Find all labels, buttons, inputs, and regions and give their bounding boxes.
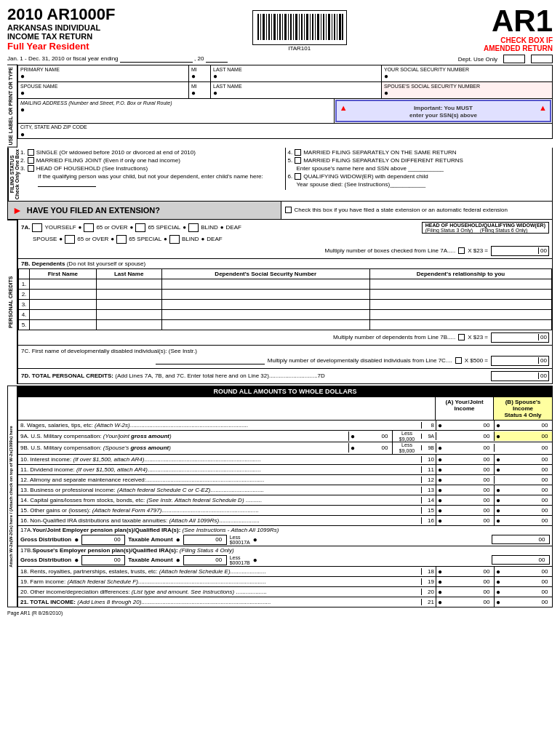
line-9b-input: ● 00 — [348, 443, 392, 453]
svg-rect-6 — [271, 14, 272, 40]
full-year-label: Full Year Resident — [7, 41, 115, 52]
spouse-special65-box[interactable] — [116, 235, 127, 244]
line-9a-input: ● 00 — [348, 431, 392, 441]
dev-multiply-box[interactable] — [455, 357, 462, 364]
extension-checkbox[interactable] — [285, 207, 292, 213]
filing-option-6-sub: Year spouse died: (See Instructions)____… — [288, 181, 551, 188]
income-lines-10-16: 10. Interest income: (If over $1,500, at… — [17, 455, 553, 526]
dep-col1-header: First Name — [30, 269, 97, 279]
line-13: 13. Business or professional income: (At… — [17, 485, 553, 495]
checkbox-6[interactable] — [295, 173, 301, 180]
col-a-header: (A) Your/Joint Income — [436, 397, 494, 420]
dot3: ● — [183, 224, 186, 231]
multiply-deps: Multiply number of dependents from Line … — [18, 330, 552, 345]
dep-col3-header: Dependent's Social Security Number — [161, 269, 369, 279]
svg-rect-28 — [332, 14, 332, 40]
line-7a: 7A. YOURSELF ● 65 or OVER ● 65 SPECIAL ●… — [17, 220, 553, 259]
line-14: 14. Capital gains/losses from stocks, bo… — [17, 495, 553, 506]
primary-name-label: PRIMARY NAME — [20, 67, 186, 72]
checkbox-4[interactable] — [295, 149, 301, 156]
line-11: 11. Dividend income: (If over $1,500, at… — [17, 465, 553, 475]
barcode-svg — [256, 12, 343, 41]
ssn-label: YOUR SOCIAL SECURITY NUMBER — [384, 67, 550, 72]
line-7b-header: 7B. Dependents (Do not list yourself or … — [18, 259, 552, 269]
yourself-label: YOURSELF — [44, 224, 76, 231]
barcode-block: ITAR101 — [252, 6, 347, 52]
dependents-table: First Name Last Name Dependent's Social … — [18, 269, 552, 330]
personal-credits-section: PERSONAL CREDITS 7A. YOURSELF ● 65 or OV… — [7, 220, 553, 384]
extension-label: HAVE YOU FILED AN EXTENSION? — [27, 206, 160, 215]
mi-label: MI — [191, 67, 208, 72]
svg-rect-8 — [277, 14, 278, 40]
line-21: 21. TOTAL INCOME: (Add Lines 8 through 2… — [17, 597, 553, 607]
svg-rect-23 — [317, 14, 319, 40]
address-field: MAILING ADDRESS (Number and Street, P.O.… — [18, 99, 335, 123]
extension-section: ► HAVE YOU FILED AN EXTENSION? Check thi… — [7, 202, 553, 220]
personal-info-section: USE LABEL OR PRINT OR TYPE PRIMARY NAME … — [7, 65, 553, 148]
amended-label: AMENDED RETURN — [484, 44, 553, 52]
over65-label: 65 or OVER — [96, 224, 127, 231]
barcode-label: ITAR101 — [252, 45, 347, 52]
yourself-box[interactable] — [32, 223, 42, 232]
dep-row-4: 4. — [19, 309, 552, 319]
svg-rect-2 — [260, 14, 261, 40]
blind-box[interactable] — [188, 223, 199, 232]
important-title: Important: You MUST — [414, 105, 473, 111]
dep-multiply-box[interactable] — [458, 334, 465, 340]
filing-option-5: 5. MARRIED FILING SEPARATELY ON DIFFEREN… — [288, 157, 551, 164]
multiply-7a-box[interactable] — [458, 247, 465, 254]
svg-rect-9 — [279, 14, 281, 40]
add-lines-label: (Add Lines 7A, 7B, and 7C. Enter total h… — [115, 372, 325, 379]
line-7d: 7D. TOTAL PERSONAL CREDITS: (Add Lines 7… — [17, 369, 553, 384]
7a-result: 00 — [491, 246, 549, 256]
dept-use-only: Dept. Use Only — [458, 55, 553, 63]
filing-option-3-sub: If the qualifying person was your child,… — [20, 173, 283, 187]
income-lines-18-21: 18. Rents, royalties, partnerships, esta… — [17, 567, 553, 607]
last-name-label2: LAST NAME — [213, 84, 379, 89]
line-9a-note: Less $9,000 — [392, 431, 421, 442]
line-17b: 17B.Spouse's Employer pension plan(s)/Qu… — [17, 546, 553, 567]
income-content: ROUND ALL AMOUNTS TO WHOLE DOLLARS (A) Y… — [17, 386, 553, 607]
spouse-over65-box[interactable] — [65, 235, 75, 244]
spouse-blind-box[interactable] — [169, 235, 180, 244]
filing-status-section: FILING STATUS Check Only One Box 1. SING… — [7, 148, 553, 202]
city-state-zip-field: CITY, STATE AND ZIP CODE ● — [17, 123, 553, 139]
blind-label: BLIND — [201, 224, 218, 231]
line-18: 18. Rents, royalties, partnerships, esta… — [17, 567, 553, 577]
checkbox-5[interactable] — [295, 157, 301, 164]
svg-rect-17 — [301, 14, 303, 40]
svg-rect-11 — [284, 14, 287, 40]
filing-right-col: 4. MARRIED FILING SEPARATELY ON THE SAME… — [286, 148, 553, 190]
svg-rect-19 — [306, 14, 308, 40]
over65-box[interactable] — [84, 223, 94, 232]
important-box: ▲ Important: You MUST ▲ enter your SSN(s… — [335, 100, 551, 122]
spouse-row: SPOUSE ● 65 or OVER ● 65 SPECIAL ● BLIND… — [21, 235, 549, 244]
svg-rect-1 — [257, 14, 259, 40]
checkbox-3[interactable] — [28, 165, 34, 172]
svg-rect-29 — [334, 14, 335, 40]
line-15: 15. Other gains or (losses): (Attach fed… — [17, 506, 553, 516]
personal-credits-content: 7A. YOURSELF ● 65 or OVER ● 65 SPECIAL ●… — [17, 220, 553, 384]
spouse-mi-field: MI ● — [189, 82, 211, 98]
svg-rect-22 — [315, 14, 316, 40]
line-7d-label: 7D. TOTAL PERSONAL CREDITS: — [21, 372, 113, 379]
dep-row-2: 2. — [19, 289, 552, 299]
svg-rect-30 — [337, 14, 337, 40]
total-result: 00 — [491, 371, 549, 381]
filing-option-1: 1. SINGLE (Or widowed before 2010 or div… — [20, 149, 283, 156]
checkbox-2[interactable] — [28, 157, 34, 164]
svg-rect-5 — [268, 14, 270, 40]
hoh-label-box: HEAD OF HOUSEHOLD/QUALIFYING WIDOW(ER) (… — [422, 222, 549, 234]
dot4: ● — [220, 224, 224, 231]
svg-rect-13 — [290, 14, 292, 40]
mi-label2: MI — [191, 84, 208, 89]
special65-box[interactable] — [135, 223, 145, 232]
filing-option-6: 6. QUALIFYING WIDOW(ER) with dependent c… — [288, 173, 551, 180]
page-footer: Page AR1 (R 8/26/2010) — [7, 610, 553, 615]
form-number: 2010 AR1000F — [7, 6, 115, 23]
svg-rect-20 — [310, 14, 311, 40]
checkbox-1[interactable] — [28, 149, 34, 156]
line-16: 16. Non-Qualified IRA distributions and … — [17, 516, 553, 526]
form-subtitle1: ARKANSAS INDIVIDUAL — [7, 23, 115, 32]
dep-col0-header — [19, 269, 30, 279]
